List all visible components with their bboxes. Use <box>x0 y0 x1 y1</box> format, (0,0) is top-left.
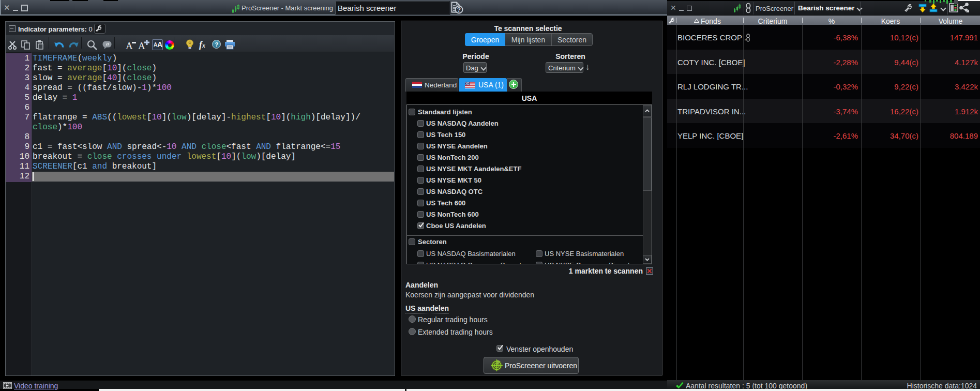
svg-text:?: ? <box>457 6 461 13</box>
